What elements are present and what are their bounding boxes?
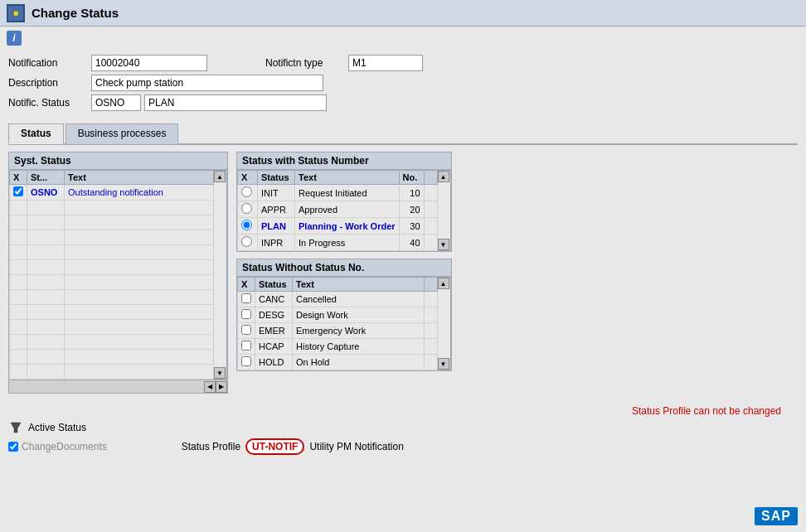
tabs: Status Business processes [8, 123, 798, 145]
sn-scroll-down[interactable]: ▼ [438, 239, 449, 250]
wo-check-canc[interactable] [238, 292, 255, 307]
sn-radio-plan[interactable] [238, 218, 258, 235]
syst-empty-3 [10, 230, 214, 245]
notif-type-input[interactable] [348, 55, 423, 71]
right-panels: Status with Status Number X Status Text … [236, 152, 452, 394]
wo-text-canc: Cancelled [293, 292, 425, 307]
description-input[interactable] [91, 75, 323, 91]
content-area: Syst. Status X St... Text [0, 145, 806, 400]
wo-scroll-header [424, 278, 437, 292]
sn-radio-init[interactable] [238, 185, 258, 201]
sn-col-no: No. [399, 171, 424, 185]
change-docs: ChangeDocuments [8, 441, 107, 452]
wo-check-hold[interactable] [238, 355, 255, 370]
syst-scrollbar[interactable]: ▲ ▼ [214, 170, 227, 380]
notification-input[interactable] [91, 55, 207, 71]
wo-scroll-emer [424, 323, 437, 339]
tab-container: Status Business processes [0, 123, 806, 145]
sn-text-init: Request Initiated [295, 185, 400, 201]
sn-scrollbar[interactable]: ▲ ▼ [438, 170, 451, 251]
sn-row-inpr: INPR In Progress 40 [238, 235, 438, 251]
profile-label: Status Profile [182, 441, 240, 452]
col-header-x: X [10, 171, 27, 185]
wo-scroll-thumb [438, 289, 450, 358]
syst-status-header: Syst. Status [9, 152, 227, 170]
sn-text-plan: Planning - Work Order [295, 218, 400, 235]
notif-status-input1[interactable] [91, 94, 141, 111]
sn-text-appr: Approved [295, 201, 400, 218]
syst-status-1: OSNO [27, 185, 65, 201]
status-without-number-panel: Status Without Status No. X Status Text [236, 259, 452, 371]
info-icon: i [7, 31, 22, 46]
status-with-number-header: Status with Status Number [237, 152, 451, 170]
funnel-icon [8, 420, 23, 435]
info-bar: i [0, 27, 806, 50]
description-row: Description [8, 75, 798, 91]
syst-scroll-left[interactable]: ◀ [204, 381, 216, 393]
sn-status-plan: PLAN [258, 218, 295, 235]
wo-col-text: Text [293, 278, 425, 292]
wo-check-emer[interactable] [238, 323, 255, 339]
wo-row-emer: EMER Emergency Work [238, 323, 438, 339]
bottom-row2: ChangeDocuments Status Profile UT-NOTIF … [8, 438, 798, 455]
sn-no-inpr: 40 [399, 235, 424, 251]
status-wo-table: X Status Text CANC Cancelled [237, 277, 438, 370]
syst-empty-5 [10, 260, 214, 275]
wo-scroll-canc [424, 292, 437, 307]
syst-status-table: X St... Text OSNO Outstanding notificati… [9, 170, 214, 380]
sn-col-x: X [238, 171, 258, 185]
profile-value: UT-NOTIF [245, 438, 304, 455]
tab-status[interactable]: Status [8, 123, 64, 144]
syst-check-1[interactable] [10, 185, 27, 201]
description-label: Description [8, 77, 91, 89]
sn-scroll-thumb [438, 182, 450, 239]
syst-empty-2 [10, 215, 214, 230]
scroll-up-arrow[interactable]: ▲ [214, 171, 226, 182]
wo-check-hcap[interactable] [238, 339, 255, 355]
app-icon: ■ [7, 4, 25, 22]
wo-col-x: X [238, 278, 255, 292]
wo-text-emer: Emergency Work [293, 323, 425, 339]
sn-status-init: INIT [258, 185, 295, 201]
syst-empty-8 [10, 305, 214, 320]
syst-status-row-1: OSNO Outstanding notification [10, 185, 214, 201]
syst-empty-6 [10, 275, 214, 290]
sn-row-init: INIT Request Initiated 10 [238, 185, 438, 201]
sn-col-scroll-header [424, 171, 437, 185]
wo-status-desg: DESG [255, 307, 293, 323]
wo-status-hold: HOLD [255, 355, 293, 370]
syst-text-1: Outstanding notification [65, 185, 214, 201]
bottom-area: Status Profile can not be changed Active… [0, 400, 806, 460]
tab-business-processes[interactable]: Business processes [66, 123, 179, 144]
sn-scroll-init [424, 185, 437, 201]
wo-text-hold: On Hold [293, 355, 425, 370]
wo-scroll-down[interactable]: ▼ [438, 358, 449, 370]
title-bar: ■ Change Status [0, 0, 806, 27]
sn-radio-inpr[interactable] [238, 235, 258, 251]
sn-radio-appr[interactable] [238, 201, 258, 218]
sn-row-plan: PLAN Planning - Work Order 30 [238, 218, 438, 235]
error-message: Status Profile can not be changed [8, 405, 798, 417]
notif-status-input2[interactable] [144, 94, 327, 111]
profile-row: Status Profile UT-NOTIF Utility PM Notif… [182, 438, 404, 455]
wo-scroll-hold [424, 355, 437, 370]
sn-col-text: Text [295, 171, 400, 185]
wo-scroll-up[interactable]: ▲ [438, 278, 449, 289]
syst-empty-9 [10, 320, 214, 335]
notification-label: Notification [8, 57, 91, 69]
sn-status-inpr: INPR [258, 235, 295, 251]
scroll-thumb [214, 182, 226, 367]
sn-scroll-up[interactable]: ▲ [438, 171, 449, 182]
change-docs-checkbox[interactable] [8, 442, 18, 452]
scroll-down-arrow[interactable]: ▼ [214, 367, 226, 379]
wo-scrollbar[interactable]: ▲ ▼ [438, 277, 451, 370]
wo-status-canc: CANC [255, 292, 293, 307]
sn-no-appr: 20 [399, 201, 424, 218]
syst-empty-1 [10, 201, 214, 215]
sn-row-appr: APPR Approved 20 [238, 201, 438, 218]
notif-status-row: Notific. Status [8, 94, 798, 111]
sn-no-plan: 30 [399, 218, 424, 235]
syst-scroll-right[interactable]: ▶ [216, 381, 227, 393]
wo-check-desg[interactable] [238, 307, 255, 323]
col-header-text: Text [65, 171, 214, 185]
